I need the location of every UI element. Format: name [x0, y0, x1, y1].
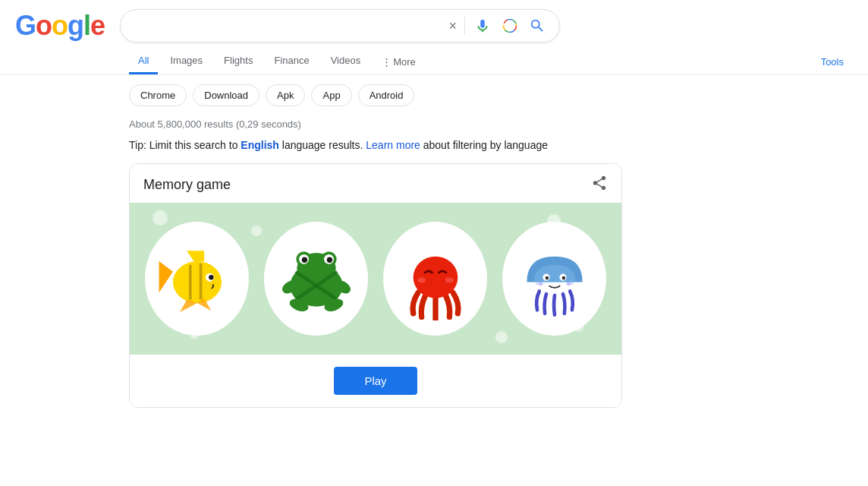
svg-point-34 — [561, 276, 565, 280]
svg-point-11 — [209, 275, 213, 279]
svg-point-30 — [445, 277, 453, 282]
svg-point-21 — [326, 257, 332, 263]
svg-point-28 — [413, 257, 458, 298]
tab-more[interactable]: ⋮ More — [373, 50, 425, 74]
lens-button[interactable] — [500, 16, 520, 36]
game-card-title: Memory game — [143, 177, 231, 193]
svg-marker-9 — [187, 251, 204, 261]
tools-button[interactable]: Tools — [812, 50, 853, 74]
svg-point-36 — [536, 282, 539, 286]
search-divider — [464, 17, 465, 35]
svg-marker-6 — [159, 261, 172, 292]
tab-all[interactable]: All — [129, 49, 158, 74]
svg-point-38 — [571, 282, 574, 286]
more-dots-icon: ⋮ — [382, 56, 392, 68]
svg-point-29 — [417, 277, 426, 282]
fish-svg — [156, 237, 239, 320]
search-icon — [529, 17, 546, 34]
chip-android[interactable]: Android — [358, 84, 415, 106]
play-area: Play — [130, 355, 621, 407]
search-input[interactable]: game memori google — [133, 19, 441, 33]
tab-finance[interactable]: Finance — [265, 49, 318, 74]
svg-point-5 — [172, 261, 221, 303]
tip-middle: language results. — [279, 139, 366, 151]
more-label: More — [393, 56, 416, 68]
tab-videos[interactable]: Videos — [322, 49, 370, 74]
creature-frog — [264, 222, 368, 336]
search-bar: game memori google × — [120, 9, 560, 43]
creature-fish — [145, 222, 249, 336]
chip-app[interactable]: App — [311, 84, 351, 106]
lens-icon — [502, 17, 518, 34]
filter-chips: Chrome Download Apk App Android — [0, 75, 868, 115]
mic-button[interactable] — [473, 16, 492, 36]
results-info: About 5,800,000 results (0,29 seconds) — [0, 115, 868, 136]
google-logo[interactable]: Google — [15, 10, 105, 42]
share-icon — [591, 175, 608, 191]
search-button[interactable] — [527, 16, 547, 36]
game-area — [130, 203, 621, 355]
creature-jellyfish — [502, 222, 606, 336]
svg-point-37 — [566, 282, 571, 286]
clear-icon[interactable]: × — [449, 18, 458, 34]
chip-apk[interactable]: Apk — [266, 84, 305, 106]
nav-tabs: All Images Flights Finance Videos ⋮ More… — [0, 43, 868, 75]
header: Google game memori google × — [0, 0, 868, 43]
svg-point-33 — [545, 276, 549, 280]
tip-learn-more-link[interactable]: Learn more — [366, 139, 420, 151]
octopus-svg — [394, 237, 477, 320]
play-button[interactable]: Play — [334, 367, 417, 395]
tip-english-link[interactable]: English — [241, 139, 279, 151]
game-card: Memory game — [129, 163, 622, 408]
jellyfish-svg — [513, 237, 596, 320]
svg-point-35 — [538, 282, 542, 286]
tab-flights[interactable]: Flights — [215, 49, 262, 74]
tip-text: Tip: Limit this search to English langua… — [0, 136, 868, 163]
creature-octopus — [383, 222, 487, 336]
game-card-header: Memory game — [130, 164, 621, 203]
share-button[interactable] — [591, 175, 608, 195]
mic-icon — [474, 17, 491, 34]
frog-svg — [275, 237, 358, 320]
svg-point-20 — [301, 257, 307, 263]
chip-download[interactable]: Download — [193, 84, 259, 106]
chip-chrome[interactable]: Chrome — [129, 84, 187, 106]
tip-suffix: about filtering by language — [420, 139, 548, 151]
tip-prefix: Tip: Limit this search to — [129, 139, 241, 151]
tab-images[interactable]: Images — [161, 49, 212, 74]
tip-english-bold: English — [241, 139, 279, 151]
